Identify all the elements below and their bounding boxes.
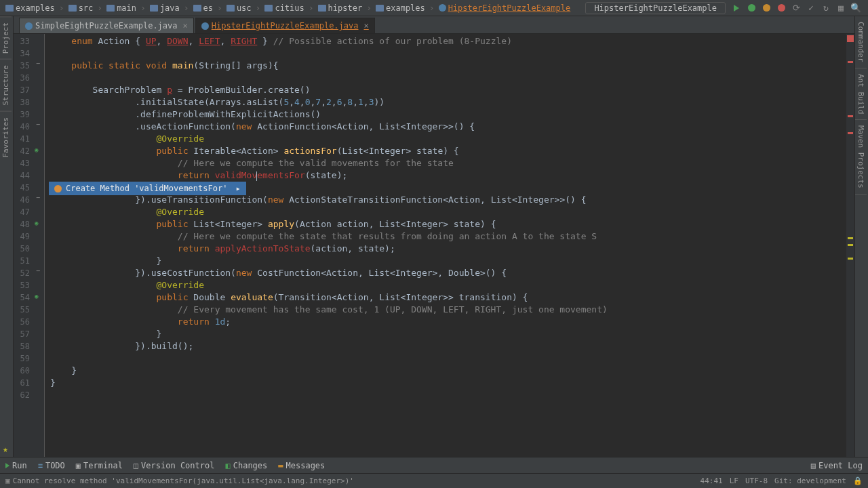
coverage-icon[interactable] — [761, 3, 772, 14]
bottom-tool-bar: Run ≡TODO ▣Terminal ◫Version Control ◧Ch… — [0, 457, 868, 473]
folder-icon — [5, 5, 14, 12]
editor-tab[interactable]: HipsterEightPuzzleExample.java× — [195, 18, 375, 33]
right-tool-strip: CommanderAnt BuildMaven Projects — [854, 16, 868, 457]
sync-icon[interactable]: ↻ — [821, 3, 831, 14]
left-tool-strip: ProjectStructureFavorites ★ — [0, 16, 14, 457]
navigation-bar: examples›src›main›java›es›usc›citius›hip… — [0, 0, 868, 16]
error-marker[interactable] — [848, 61, 853, 63]
tool-window-tab[interactable]: Favorites — [0, 111, 12, 163]
error-stripe[interactable] — [846, 34, 854, 457]
warning-marker[interactable] — [848, 244, 853, 246]
stop-icon[interactable] — [776, 3, 787, 14]
tool-window-tab[interactable]: Commander — [855, 16, 867, 68]
folder-icon — [193, 5, 201, 12]
favorites-star-icon[interactable]: ★ — [0, 441, 13, 457]
breadcrumb-item[interactable]: HipsterEightPuzzleExample — [436, 2, 574, 14]
editor-tab[interactable]: SimpleEightPuzzleExample.java× — [19, 18, 194, 33]
breadcrumb-item[interactable]: main — [104, 2, 139, 14]
java-icon — [439, 4, 446, 12]
version-control-tool-button[interactable]: ◫Version Control — [134, 461, 215, 470]
icon-gutter — [33, 34, 45, 457]
breadcrumb-item[interactable]: es — [191, 2, 216, 14]
folder-icon — [264, 5, 273, 12]
tool-window-tab[interactable]: Ant Build — [855, 68, 867, 121]
status-icon: ▣ — [5, 476, 10, 485]
todo-tool-button[interactable]: ≡TODO — [38, 461, 65, 470]
error-marker[interactable] — [848, 132, 853, 134]
java-file-icon — [25, 22, 33, 30]
update-icon[interactable]: ⟳ — [791, 3, 802, 14]
breadcrumb-item[interactable]: src — [66, 2, 96, 14]
tool-window-tab[interactable]: Project — [0, 16, 12, 59]
folder-icon — [150, 5, 158, 12]
debug-icon[interactable] — [746, 3, 757, 14]
folder-icon — [318, 5, 326, 12]
submenu-arrow-icon: ▸ — [235, 182, 240, 195]
breadcrumb-item[interactable]: citius — [262, 2, 307, 14]
terminal-tool-button[interactable]: ▣Terminal — [76, 461, 123, 470]
tool-window-tab[interactable]: Maven Projects — [855, 120, 867, 195]
breadcrumb-item[interactable]: hipster — [315, 2, 366, 14]
line-number-gutter: 3334353637383940414243444546474849505152… — [14, 34, 33, 457]
run-tool-button[interactable]: Run — [5, 461, 27, 470]
warning-marker[interactable] — [848, 237, 853, 239]
intention-action-popup[interactable]: Create Method 'validMovementsFor'▸ — [49, 182, 246, 195]
line-separator[interactable]: LF — [730, 476, 738, 485]
status-message: Cannot resolve method 'validMovementsFor… — [13, 476, 354, 485]
tool-window-tab[interactable]: Structure — [0, 59, 12, 111]
folder-icon — [106, 5, 115, 12]
commit-icon[interactable]: ✓ — [806, 3, 816, 14]
java-file-icon — [201, 22, 209, 30]
code-editor[interactable]: enum Action { UP, DOWN, LEFT, RIGHT } //… — [45, 34, 846, 457]
status-bar: ▣ Cannot resolve method 'validMovementsF… — [0, 473, 868, 488]
folder-icon — [226, 5, 235, 12]
run-icon[interactable] — [731, 3, 742, 14]
error-marker[interactable] — [848, 115, 853, 117]
run-configuration-dropdown[interactable]: HipsterEightPuzzleExample — [585, 2, 726, 14]
breadcrumb-item[interactable]: examples — [373, 2, 428, 14]
close-tab-icon[interactable]: × — [183, 21, 188, 30]
warning-marker[interactable] — [848, 258, 853, 260]
changes-tool-button[interactable]: ◧Changes — [225, 461, 267, 470]
file-encoding[interactable]: UTF-8 — [745, 476, 768, 485]
lock-icon[interactable]: 🔒 — [853, 476, 863, 485]
folder-icon — [376, 5, 384, 12]
editor-tabs: SimpleEightPuzzleExample.java×HipsterEig… — [14, 16, 854, 34]
git-branch[interactable]: Git: development — [774, 476, 846, 485]
settings-icon[interactable]: ▦ — [835, 3, 846, 14]
messages-tool-button[interactable]: ▬Messages — [278, 461, 325, 470]
close-tab-icon[interactable]: × — [364, 21, 369, 30]
search-icon[interactable]: 🔍 — [850, 3, 861, 14]
folder-icon — [68, 5, 77, 12]
event-log-button[interactable]: ▤Event Log — [811, 461, 863, 470]
lightbulb-icon — [54, 185, 62, 192]
breadcrumb-item[interactable]: examples — [3, 2, 58, 14]
error-indicator-icon — [847, 35, 854, 42]
breadcrumb-item[interactable]: java — [147, 2, 182, 14]
breadcrumb-item[interactable]: usc — [224, 2, 254, 14]
cursor-position: 44:41 — [701, 476, 723, 485]
